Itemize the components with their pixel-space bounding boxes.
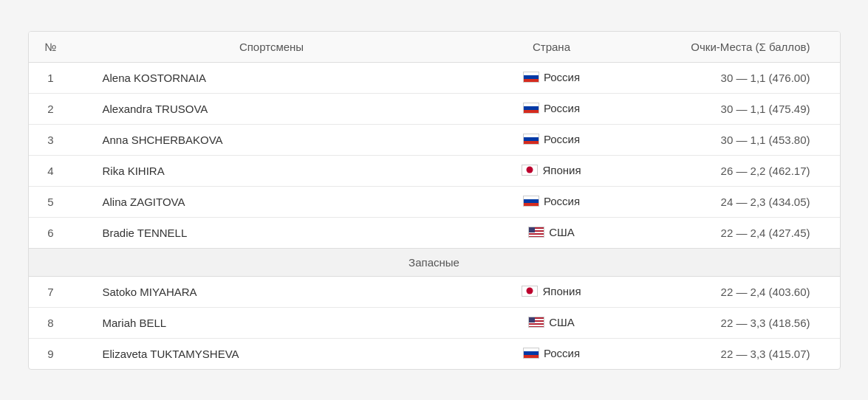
col-header-athlete: Спортсмены: [73, 32, 471, 63]
athlete-cell: Mariah BELL: [73, 307, 471, 338]
separator-label: Запасные: [29, 248, 840, 276]
country-label: Россия: [544, 102, 580, 114]
country-label: Япония: [542, 164, 581, 176]
athlete-cell: Alena KOSTORNAIA: [73, 62, 471, 93]
athlete-cell: Bradie TENNELL: [73, 217, 471, 248]
country-cell: Россия: [471, 186, 633, 217]
rank-cell: 6: [29, 217, 73, 248]
score-cell: 22 — 3,3 (418.56): [633, 307, 840, 338]
table-row: 1 Alena KOSTORNAIA Россия 30 — 1,1 (476.…: [29, 62, 840, 93]
table-row: 3 Anna SHCHERBAKOVA Россия 30 — 1,1 (453…: [29, 124, 840, 155]
rank-cell: 1: [29, 62, 73, 93]
rank-cell: 3: [29, 124, 73, 155]
rank-cell: 7: [29, 276, 73, 307]
country-label: Россия: [544, 71, 580, 83]
table-row: 8 Mariah BELL США 22 — 3,3 (418.56): [29, 307, 840, 338]
country-label: Россия: [544, 347, 580, 359]
score-cell: 26 — 2,2 (462.17): [633, 155, 840, 186]
rank-cell: 5: [29, 186, 73, 217]
athlete-cell: Rika KIHIRA: [73, 155, 471, 186]
country-cell: Россия: [471, 62, 633, 93]
country-cell: Россия: [471, 93, 633, 124]
table-row: 9 Elizaveta TUKTAMYSHEVA Россия 22 — 3,3…: [29, 338, 840, 369]
rank-cell: 2: [29, 93, 73, 124]
country-label: Россия: [544, 133, 580, 145]
rank-cell: 9: [29, 338, 73, 369]
country-cell: Россия: [471, 124, 633, 155]
country-label: Россия: [544, 195, 580, 207]
table-row: 5 Alina ZAGITOVA Россия 24 — 2,3 (434.05…: [29, 186, 840, 217]
col-header-country: Страна: [471, 32, 633, 63]
athlete-cell: Alexandra TRUSOVA: [73, 93, 471, 124]
country-cell: Япония: [471, 155, 633, 186]
rank-cell: 8: [29, 307, 73, 338]
score-cell: 22 — 3,3 (415.07): [633, 338, 840, 369]
score-cell: 24 — 2,3 (434.05): [633, 186, 840, 217]
athlete-cell: Alina ZAGITOVA: [73, 186, 471, 217]
score-cell: 22 — 2,4 (403.60): [633, 276, 840, 307]
score-cell: 30 — 1,1 (476.00): [633, 62, 840, 93]
athlete-cell: Anna SHCHERBAKOVA: [73, 124, 471, 155]
col-header-score: Очки-Места (Σ баллов): [633, 32, 840, 63]
separator-row: Запасные: [29, 248, 840, 276]
country-label: США: [549, 316, 575, 328]
country-cell: США: [471, 217, 633, 248]
table-row: 2 Alexandra TRUSOVA Россия 30 — 1,1 (475…: [29, 93, 840, 124]
table-row: 7 Satoko MIYAHARA Япония 22 — 2,4 (403.6…: [29, 276, 840, 307]
country-label: США: [549, 226, 575, 238]
table-row: 6 Bradie TENNELL США 22 — 2,4 (427.45): [29, 217, 840, 248]
country-cell: Россия: [471, 338, 633, 369]
score-cell: 30 — 1,1 (453.80): [633, 124, 840, 155]
athlete-cell: Satoko MIYAHARA: [73, 276, 471, 307]
score-cell: 30 — 1,1 (475.49): [633, 93, 840, 124]
rankings-table: № Спортсмены Страна Очки-Места (Σ баллов…: [28, 31, 841, 370]
score-cell: 22 — 2,4 (427.45): [633, 217, 840, 248]
country-cell: США: [471, 307, 633, 338]
country-cell: Япония: [471, 276, 633, 307]
athlete-cell: Elizaveta TUKTAMYSHEVA: [73, 338, 471, 369]
col-header-number: №: [29, 32, 73, 63]
rank-cell: 4: [29, 155, 73, 186]
table-row: 4 Rika KIHIRA Япония 26 — 2,2 (462.17): [29, 155, 840, 186]
country-label: Япония: [542, 285, 581, 297]
